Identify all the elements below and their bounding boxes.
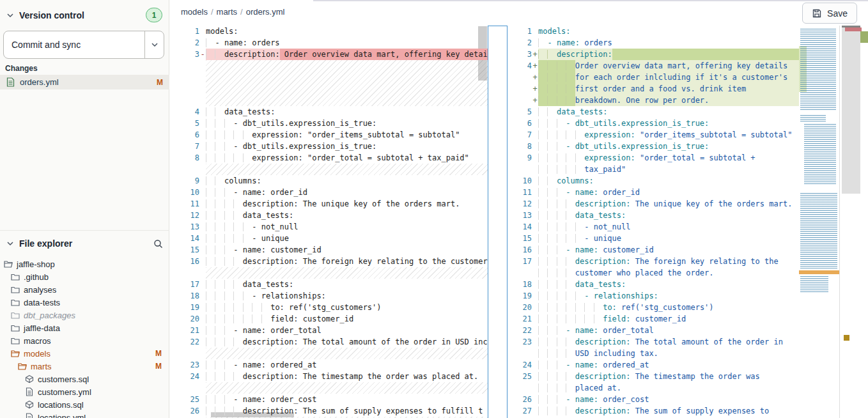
diff-code-line[interactable]: 2 - name: orders xyxy=(170,37,488,49)
breadcrumb-file[interactable]: orders.yml xyxy=(246,7,285,17)
diff-code-line[interactable]: 8 expression: "order_total = subtotal + … xyxy=(170,152,488,164)
minimap[interactable] xyxy=(799,26,839,418)
diff-code-line[interactable]: 23 description: The total amount of the … xyxy=(508,336,799,348)
diff-code-line[interactable]: 9 expression: "order_total = subtotal + xyxy=(508,152,799,164)
diff-code-line[interactable]: 23 - name: ordered_at xyxy=(170,359,488,371)
diff-code-line[interactable]: 16 - name: customer_id xyxy=(508,244,799,256)
file-tree-item-macros[interactable]: macros xyxy=(0,334,169,347)
diff-code-line[interactable]: 10 columns: xyxy=(508,175,799,187)
diff-code-line[interactable]: 18 data_tests: xyxy=(508,279,799,290)
diff-code-line[interactable]: 24 - name: ordered_at xyxy=(508,359,799,371)
diff-splitter[interactable] xyxy=(488,26,508,418)
diff-added-line[interactable]: + breakdown. One row per order. xyxy=(508,95,799,106)
diff-code-line[interactable]: 7 expression: "order_items_subtotal = su… xyxy=(508,129,799,141)
diff-code-line[interactable]: 6 expression: "order_items_subtotal = su… xyxy=(170,129,488,141)
diff-code-line[interactable]: 17 data_tests: xyxy=(170,279,488,290)
commit-options-caret[interactable] xyxy=(144,31,164,58)
diff-code-line[interactable]: 4 data_tests: xyxy=(170,106,488,118)
file-tree-item-customers.sql[interactable]: customers.sql xyxy=(0,373,169,385)
commit-and-sync-label: Commit and sync xyxy=(4,31,144,58)
diff-added-line[interactable]: + for each order inlcluding if it's a cu… xyxy=(508,72,799,83)
diff-code-line[interactable]: 9 columns: xyxy=(170,175,488,187)
diff-code-line[interactable]: 2 - name: orders xyxy=(508,37,799,49)
diff-code-line[interactable]: 19 - relationships: xyxy=(508,290,799,302)
changed-file-row[interactable]: orders.yml M xyxy=(0,75,169,89)
diff-code-line[interactable]: 25 description: The timestamp the order … xyxy=(508,371,799,382)
line-number-gutter: 1 xyxy=(170,26,206,37)
diff-original-pane[interactable]: 1 models: 2 - name: orders 3- descriptio… xyxy=(170,26,488,418)
diff-code-line[interactable]: 22 - name: order_total xyxy=(508,325,799,336)
file-tree-item-jaffle-data[interactable]: jaffle-data xyxy=(0,321,169,334)
diff-code-line[interactable]: 26 description: The sum of supply expens… xyxy=(170,405,488,417)
diff-code-line[interactable]: customer who placed the order. xyxy=(508,267,799,279)
file-tree-item-dbt_packages[interactable]: dbt_packages xyxy=(0,309,169,321)
diff-code-line[interactable]: 13 data_tests: xyxy=(508,210,799,221)
diff-added-line[interactable]: + first order and a food vs. drink item xyxy=(508,83,799,95)
diff-added-line[interactable]: 4+ Order overview data mart, offering ke… xyxy=(508,60,799,72)
file-explorer-header[interactable]: File explorer xyxy=(0,231,169,255)
diff-code-line[interactable]: 12 description: The unique key of the or… xyxy=(508,198,799,210)
file-tree-item-jaffle-shop[interactable]: jaffle-shop xyxy=(0,258,169,270)
diff-code-line[interactable]: 8 - dbt_utils.expression_is_true: xyxy=(508,141,799,152)
diff-code-line[interactable]: 11 description: The unique key of the or… xyxy=(170,198,488,210)
folder-icon xyxy=(11,323,20,332)
diff-removed-line[interactable]: 3- description: Order overview data mart… xyxy=(170,49,488,60)
diff-code-line[interactable]: 5 data_tests: xyxy=(508,106,799,118)
cube-icon xyxy=(25,375,34,383)
line-number-gutter xyxy=(508,348,538,359)
diff-code-line[interactable]: placed at. xyxy=(508,382,799,394)
diff-code-line[interactable]: 7 - dbt_utils.expression_is_true: xyxy=(170,141,488,152)
diff-code-line[interactable]: 19 to: ref('stg_customers') xyxy=(170,302,488,313)
line-number-gutter: 4 xyxy=(170,106,206,118)
diff-code-line[interactable]: 10 - name: order_id xyxy=(170,187,488,198)
diff-code-line[interactable]: 13 - not_null xyxy=(170,221,488,233)
commit-and-sync-button[interactable]: Commit and sync xyxy=(3,31,164,59)
diff-code-line[interactable]: 15 - unique xyxy=(508,233,799,244)
file-tree-item-analyses[interactable]: analyses xyxy=(0,283,169,296)
version-control-header[interactable]: Version control 1 xyxy=(0,0,169,27)
diff-code-line[interactable]: 25 - name: order_cost xyxy=(170,394,488,405)
diff-code-line[interactable]: 21 field: customer_id xyxy=(508,313,799,325)
file-tree-label: jaffle-data xyxy=(24,323,60,333)
diff-code-line[interactable]: 20 field: customer_id xyxy=(170,313,488,325)
diff-code-line[interactable]: USD including tax. xyxy=(508,348,799,359)
overview-ruler[interactable] xyxy=(860,26,868,418)
diff-code-line[interactable]: 26 - name: order_cost xyxy=(508,394,799,405)
diff-code-line[interactable]: 5 - dbt_utils.expression_is_true: xyxy=(170,118,488,129)
line-number-gutter: 26 xyxy=(508,394,538,405)
diff-code-line[interactable]: 1 models: xyxy=(508,26,799,37)
diff-code-line[interactable]: 11 - name: order_id xyxy=(508,187,799,198)
diff-code-line[interactable]: 20 to: ref('stg_customers') xyxy=(508,302,799,313)
diff-code-line[interactable]: 6 - dbt_utils.expression_is_true: xyxy=(508,118,799,129)
breadcrumb-models[interactable]: models xyxy=(181,7,208,17)
diff-code-line[interactable]: 14 - unique xyxy=(170,233,488,244)
file-tree-item-marts[interactable]: martsM xyxy=(0,360,169,373)
file-tree-item-locations.sql[interactable]: locations.sql xyxy=(0,398,169,411)
line-number-gutter: + xyxy=(508,72,538,83)
diff-code-line[interactable]: 15 - name: customer_id xyxy=(170,244,488,256)
diff-added-line[interactable]: 3+ description: xyxy=(508,49,799,60)
search-icon[interactable] xyxy=(153,239,163,249)
diff-code-line[interactable]: 22 description: The total amount of the … xyxy=(170,336,488,348)
save-button[interactable]: Save xyxy=(802,3,857,24)
file-tree-item-data-tests[interactable]: data-tests xyxy=(0,296,169,309)
breadcrumb-marts[interactable]: marts xyxy=(217,7,238,17)
file-tree-item-.github[interactable]: .github xyxy=(0,270,169,283)
diff-code-line[interactable]: 18 - relationships: xyxy=(170,290,488,302)
file-tree-item-locations.yml[interactable]: locations.yml xyxy=(0,411,169,418)
diff-code-line[interactable]: tax_paid" xyxy=(508,164,799,175)
diff-code-line[interactable]: 17 description: The foreign key relating… xyxy=(508,256,799,267)
diff-code-line[interactable]: 16 description: The foreign key relating… xyxy=(170,256,488,267)
folder-icon xyxy=(11,336,20,345)
file-tree-item-models[interactable]: modelsM xyxy=(0,347,169,360)
diff-code-line[interactable]: 12 data_tests: xyxy=(170,210,488,221)
diff-code-line[interactable]: 27 description: The sum of supply expens… xyxy=(508,405,799,417)
diff-code-line[interactable]: 21 - name: order_total xyxy=(170,325,488,336)
diff-code-line[interactable]: 14 - not_null xyxy=(508,221,799,233)
diff-code-line[interactable]: 24 description: The timestamp the order … xyxy=(170,371,488,382)
minimap-slider[interactable] xyxy=(842,26,860,194)
diff-code-line[interactable]: 1 models: xyxy=(170,26,488,37)
file-tree-item-customers.yml[interactable]: customers.yml xyxy=(0,385,169,398)
diff-modified-pane[interactable]: 1 models: 2 - name: orders 3+ descriptio… xyxy=(508,26,799,418)
file-tree-label: locations.sql xyxy=(38,400,84,410)
